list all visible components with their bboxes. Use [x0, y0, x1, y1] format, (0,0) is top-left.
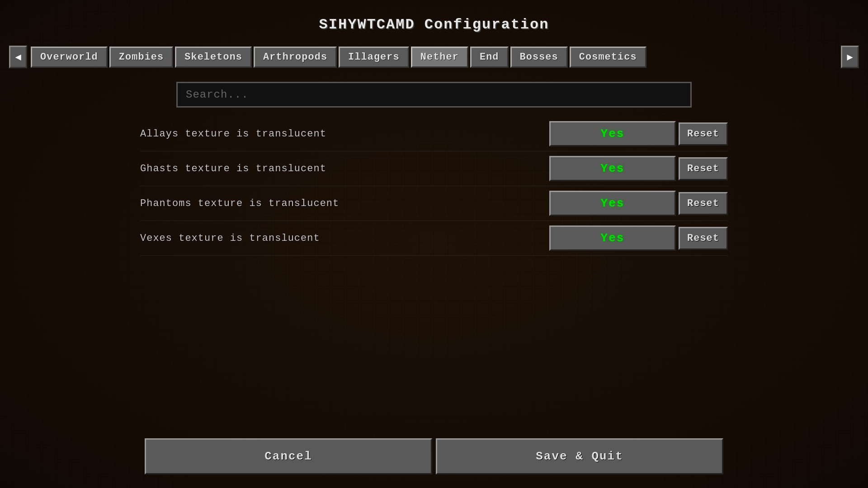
- tab-zombies[interactable]: Zombies: [109, 47, 173, 68]
- setting-controls-vexes: Yes Reset: [549, 225, 728, 251]
- nav-left-arrow[interactable]: ◀: [9, 46, 27, 68]
- setting-label-allays: Allays texture is translucent: [140, 128, 326, 140]
- tab-overworld[interactable]: Overworld: [31, 47, 108, 68]
- tab-cosmetics[interactable]: Cosmetics: [570, 47, 646, 68]
- setting-label-phantoms: Phantoms texture is translucent: [140, 198, 339, 209]
- search-input[interactable]: [176, 82, 692, 108]
- setting-label-ghasts: Ghasts texture is translucent: [140, 163, 326, 174]
- nav-right-arrow[interactable]: ▶: [841, 46, 859, 68]
- tab-arthropods[interactable]: Arthropods: [254, 47, 337, 68]
- tab-navigation: ◀ Overworld Zombies Skeletons Arthropods…: [0, 46, 868, 68]
- yes-button-allays[interactable]: Yes: [549, 121, 676, 146]
- yes-button-ghasts[interactable]: Yes: [549, 156, 676, 181]
- page-title: SIHYWTCAMD Configuration: [319, 16, 549, 33]
- tab-bosses[interactable]: Bosses: [510, 47, 568, 68]
- tab-end[interactable]: End: [470, 47, 509, 68]
- cancel-button[interactable]: Cancel: [145, 438, 432, 474]
- save-quit-button[interactable]: Save & Quit: [436, 438, 723, 474]
- setting-label-vexes: Vexes texture is translucent: [140, 233, 320, 244]
- setting-controls-phantoms: Yes Reset: [549, 191, 728, 216]
- table-row: Ghasts texture is translucent Yes Reset: [140, 151, 728, 186]
- yes-button-vexes[interactable]: Yes: [549, 225, 676, 251]
- search-container: [176, 82, 692, 108]
- reset-button-phantoms[interactable]: Reset: [679, 192, 728, 215]
- yes-button-phantoms[interactable]: Yes: [549, 191, 676, 216]
- tab-illagers[interactable]: Illagers: [339, 47, 409, 68]
- bottom-buttons: Cancel Save & Quit: [145, 438, 723, 474]
- reset-button-ghasts[interactable]: Reset: [679, 157, 728, 180]
- setting-controls-ghasts: Yes Reset: [549, 156, 728, 181]
- setting-controls-allays: Yes Reset: [549, 121, 728, 146]
- tab-skeletons[interactable]: Skeletons: [175, 47, 252, 68]
- tab-nether[interactable]: Nether: [411, 47, 468, 68]
- tabs-container: Overworld Zombies Skeletons Arthropods I…: [27, 47, 841, 68]
- settings-list: Allays texture is translucent Yes Reset …: [140, 117, 728, 256]
- table-row: Phantoms texture is translucent Yes Rese…: [140, 186, 728, 221]
- reset-button-allays[interactable]: Reset: [679, 122, 728, 145]
- table-row: Vexes texture is translucent Yes Reset: [140, 221, 728, 256]
- reset-button-vexes[interactable]: Reset: [679, 227, 728, 250]
- table-row: Allays texture is translucent Yes Reset: [140, 117, 728, 151]
- page-content: SIHYWTCAMD Configuration ◀ Overworld Zom…: [0, 0, 868, 488]
